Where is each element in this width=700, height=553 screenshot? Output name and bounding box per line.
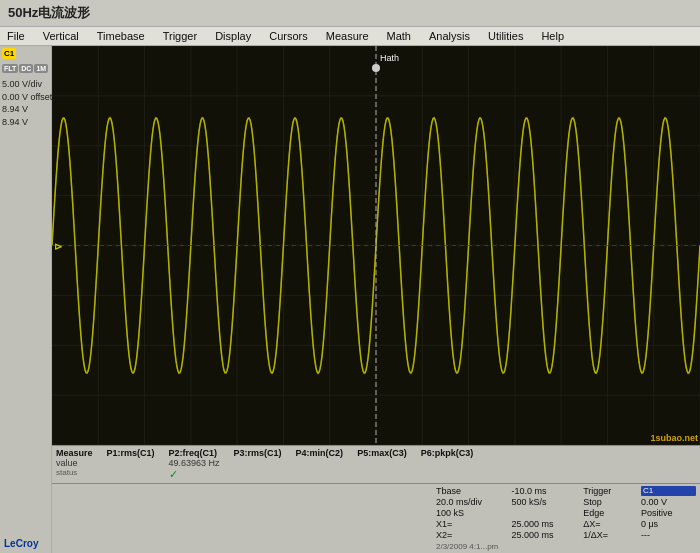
bottom-panel: Tbase -10.0 ms Trigger C1 20.0 ms/div 50… [52, 483, 700, 553]
menu-item-analysis[interactable]: Analysis [426, 29, 473, 43]
p2-label: P2:freq(C1) [169, 448, 220, 458]
p3-label: P3:rms(C1) [234, 448, 282, 458]
oscilloscope-display [52, 46, 700, 445]
trigger-label: Trigger [583, 486, 635, 496]
msdiv-value: 20.0 ms/div [436, 497, 506, 507]
x1-value: 25.000 ms [512, 519, 578, 529]
vdiv-value: 5.00 V/div [2, 78, 49, 91]
menu-bar: FileVerticalTimebaseTriggerDisplayCursor… [0, 26, 700, 46]
p6-label: P6:pkpk(C3) [421, 448, 474, 458]
channel-info: 5.00 V/div 0.00 V offset 8.94 V 8.94 V [2, 78, 49, 128]
measure-p6: P6:pkpk(C3) [421, 448, 474, 458]
measure-p4: P4:min(C2) [296, 448, 344, 458]
bottom-left [56, 486, 436, 551]
dx-value: 0 μs [641, 519, 696, 529]
menu-item-utilities[interactable]: Utilities [485, 29, 526, 43]
measure-p3: P3:rms(C1) [234, 448, 282, 458]
trigger-badge: C1 [641, 486, 696, 496]
p2-checkmark: ✓ [169, 468, 220, 481]
measure-status-label: status [56, 468, 93, 477]
left-sidebar: C1 FLT DC 1M 5.00 V/div 0.00 V offset 8.… [0, 46, 52, 553]
measure-p1: P1:rms(C1) [107, 448, 155, 458]
p4-label: P4:min(C2) [296, 448, 344, 458]
bottom-right: Tbase -10.0 ms Trigger C1 20.0 ms/div 50… [436, 486, 696, 551]
lecroy-label: LeCroy [2, 536, 49, 551]
menu-item-help[interactable]: Help [538, 29, 567, 43]
edge-value: Positive [641, 508, 696, 518]
tbase-label: Tbase [436, 486, 506, 496]
menu-item-trigger[interactable]: Trigger [160, 29, 200, 43]
menu-item-cursors[interactable]: Cursors [266, 29, 311, 43]
measure-bar: Measure value status P1:rms(C1) P2:freq(… [52, 445, 700, 483]
menu-item-vertical[interactable]: Vertical [40, 29, 82, 43]
scope-wrapper: 1subao.net Measure value status P1:rms(C… [52, 46, 700, 553]
menu-item-measure[interactable]: Measure [323, 29, 372, 43]
title-bar: 50Hz电流波形 [0, 0, 700, 26]
channel-c1-badge[interactable]: C1 [2, 48, 16, 59]
inv-dx-value: --- [641, 530, 696, 540]
main-content: C1 FLT DC 1M 5.00 V/div 0.00 V offset 8.… [0, 46, 700, 553]
menu-item-math[interactable]: Math [384, 29, 414, 43]
inv-dx-label: 1/ΔX= [583, 530, 635, 540]
menu-item-display[interactable]: Display [212, 29, 254, 43]
dx-label: ΔX= [583, 519, 635, 529]
ks-value: 500 kS/s [512, 497, 578, 507]
val2: 8.94 V [2, 116, 49, 129]
measure-p5: P5:max(C3) [357, 448, 407, 458]
edge-label: Edge [583, 508, 635, 518]
dc-badge: DC [19, 64, 33, 73]
p2-value: 49.63963 Hz [169, 458, 220, 468]
flt-badge: FLT [2, 64, 18, 73]
measure-p2: P2:freq(C1) 49.63963 Hz ✓ [169, 448, 220, 481]
tbase-grid: Tbase -10.0 ms Trigger C1 20.0 ms/div 50… [436, 486, 696, 540]
page-title: 50Hz电流波形 [8, 5, 90, 20]
x2-value: 25.000 ms [512, 530, 578, 540]
datetime: 2/3/2009 4:1...pm [436, 542, 696, 551]
measure-value-label: value [56, 458, 93, 468]
channel-mode-badges: FLT DC 1M [2, 64, 49, 75]
p5-label: P5:max(C3) [357, 448, 407, 458]
scope-area: 1subao.net [52, 46, 700, 445]
menu-item-file[interactable]: File [4, 29, 28, 43]
measure-label: Measure [56, 448, 93, 458]
measure-header-col: Measure value status [56, 448, 93, 477]
scope-canvas-container: 1subao.net [52, 46, 700, 445]
channel-badges: C1 [2, 48, 49, 61]
offset-value: 0.00 V offset [2, 91, 49, 104]
p1-label: P1:rms(C1) [107, 448, 155, 458]
val1: 8.94 V [2, 103, 49, 116]
srate-value: 100 kS [436, 508, 506, 518]
x2-label: X2= [436, 530, 506, 540]
x1-label: X1= [436, 519, 506, 529]
menu-item-timebase[interactable]: Timebase [94, 29, 148, 43]
tbase-value: -10.0 ms [512, 486, 578, 496]
1m-badge: 1M [34, 64, 48, 73]
stop-label: Stop [583, 497, 635, 507]
stop-value: 0.00 V [641, 497, 696, 507]
